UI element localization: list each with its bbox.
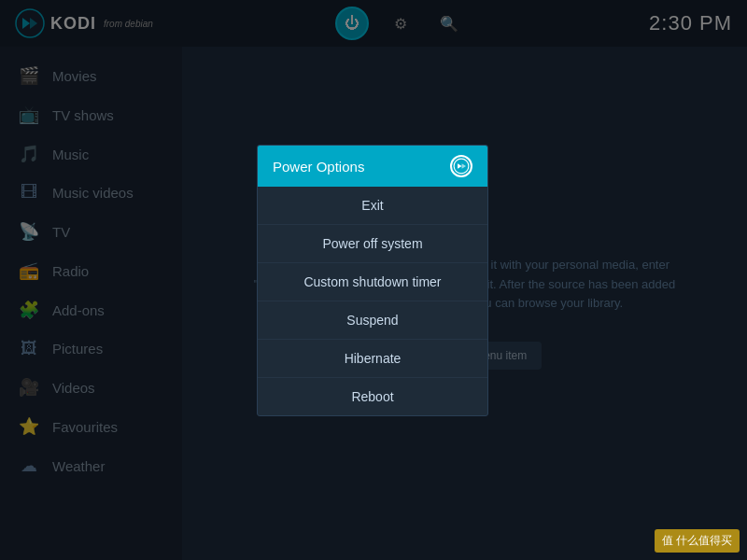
dialog-kodi-icon bbox=[450, 155, 472, 177]
dialog-title-bar: Power Options bbox=[258, 146, 487, 187]
dialog-item-custom-shutdown-timer[interactable]: Custom shutdown timer bbox=[258, 263, 487, 301]
dialog-title-text: Power Options bbox=[273, 159, 364, 175]
dialog-item-exit[interactable]: Exit bbox=[258, 187, 487, 225]
dialog-item-suspend[interactable]: Suspend bbox=[258, 301, 487, 340]
dialog-item-power-off-system[interactable]: Power off system bbox=[258, 225, 487, 263]
dialog-menu: ExitPower off systemCustom shutdown time… bbox=[258, 187, 487, 415]
power-options-dialog: Power Options ExitPower off systemCustom… bbox=[257, 145, 488, 416]
watermark: 值 什么值得买 bbox=[655, 529, 740, 553]
dialog-item-hibernate[interactable]: Hibernate bbox=[258, 340, 487, 378]
dialog-item-reboot[interactable]: Reboot bbox=[258, 378, 487, 415]
